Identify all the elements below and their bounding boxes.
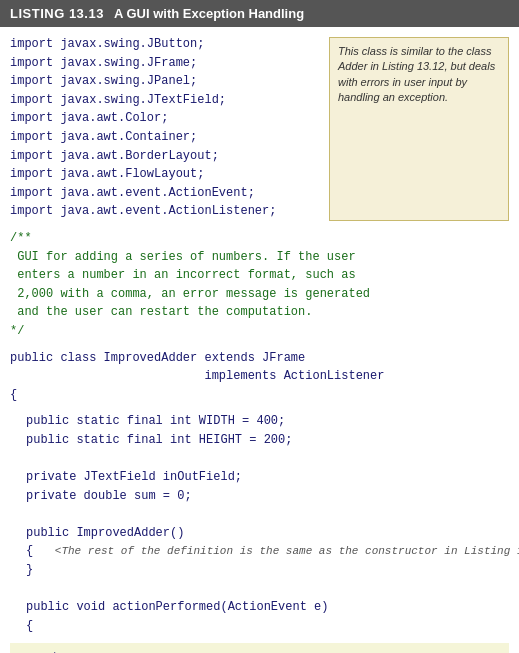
import-line: import java.awt.event.ActionEvent; bbox=[10, 184, 319, 203]
side-note: This class is similar to the class Adder… bbox=[329, 37, 509, 221]
import-line: import java.awt.event.ActionListener; bbox=[10, 202, 319, 221]
body-line: { <The rest of the definition is the sam… bbox=[10, 542, 509, 561]
import-line: import java.awt.BorderLayout; bbox=[10, 147, 319, 166]
comment-line: enters a number in an incorrect format, … bbox=[10, 266, 509, 285]
class-open-brace: { bbox=[10, 386, 509, 405]
comment-line: /** bbox=[10, 229, 509, 248]
listing-title: A GUI with Exception Handling bbox=[114, 6, 304, 21]
top-section: import javax.swing.JButton; import javax… bbox=[0, 27, 519, 225]
body-line: private double sum = 0; bbox=[10, 487, 509, 506]
body-line: public static final int WIDTH = 400; bbox=[10, 412, 509, 431]
listing-header: LISTING 13.13 A GUI with Exception Handl… bbox=[0, 0, 519, 27]
class-line: implements ActionListener bbox=[10, 367, 509, 386]
body-line: public ImprovedAdder() bbox=[10, 524, 509, 543]
import-line: import java.awt.Color; bbox=[10, 109, 319, 128]
import-line: import javax.swing.JPanel; bbox=[10, 72, 319, 91]
class-body: public static final int WIDTH = 400; pub… bbox=[0, 408, 519, 639]
listing-label: LISTING 13.13 bbox=[10, 6, 104, 21]
try-catch-block: try { tryingCorrectNumberFormats(e); } c… bbox=[10, 643, 509, 653]
body-line: { bbox=[10, 617, 509, 636]
comment-line: GUI for adding a series of numbers. If t… bbox=[10, 248, 509, 267]
comment-block: /** GUI for adding a series of numbers. … bbox=[0, 225, 519, 345]
try-keyword: try bbox=[20, 649, 499, 653]
import-line: import java.awt.Container; bbox=[10, 128, 319, 147]
body-line: public void actionPerformed(ActionEvent … bbox=[10, 598, 509, 617]
body-line: public static final int HEIGHT = 200; bbox=[10, 431, 509, 450]
import-line: import javax.swing.JFrame; bbox=[10, 54, 319, 73]
body-line bbox=[10, 449, 509, 468]
side-note-text: This class is similar to the class Adder… bbox=[338, 45, 495, 103]
body-line: private JTextField inOutField; bbox=[10, 468, 509, 487]
comment-line: and the user can restart the computation… bbox=[10, 303, 509, 322]
body-line bbox=[10, 580, 509, 599]
body-line: } bbox=[10, 561, 509, 580]
import-line: import java.awt.FlowLayout; bbox=[10, 165, 319, 184]
imports-block: import javax.swing.JButton; import javax… bbox=[10, 35, 319, 221]
body-line bbox=[10, 505, 509, 524]
comment-line: 2,000 with a comma, an error message is … bbox=[10, 285, 509, 304]
import-line: import javax.swing.JButton; bbox=[10, 35, 319, 54]
class-declaration: public class ImprovedAdder extends JFram… bbox=[0, 345, 519, 409]
class-line: public class ImprovedAdder extends JFram… bbox=[10, 349, 509, 368]
comment-line: */ bbox=[10, 322, 509, 341]
import-line: import javax.swing.JTextField; bbox=[10, 91, 319, 110]
